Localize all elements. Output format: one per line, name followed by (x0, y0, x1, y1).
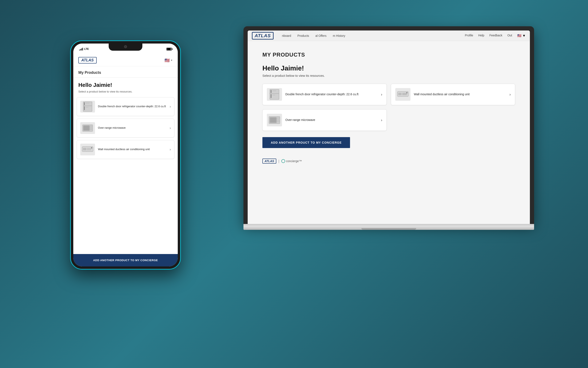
signal-bars-icon (79, 47, 83, 50)
svg-rect-5 (272, 95, 275, 95)
laptop-content: MY PRODUCTS Hello Jaimie! Select a produ… (248, 41, 530, 224)
phone-product-image-microwave (80, 122, 95, 134)
laptop-footer-concierge: concierge™ (281, 159, 302, 163)
svg-rect-3 (271, 94, 271, 98)
phone-outer: LTE ATLAS 🇺🇸 ▼ (71, 41, 180, 269)
laptop-device: ATLAS nboard Products al Offers m Histor… (243, 26, 534, 230)
phone-add-product-button[interactable]: ADD ANOTHER PRODUCT TO MY CONCIERGE (73, 254, 178, 267)
signal-bar-4 (82, 48, 83, 50)
laptop-topbar: ATLAS nboard Products al Offers m Histor… (248, 30, 530, 41)
phone-product-name-fridge: Double french door refrigerator counter-… (98, 104, 167, 108)
svg-rect-37 (83, 148, 86, 150)
laptop-atlas-logo: ATLAS (252, 32, 274, 39)
phone-product-arrow-ac: › (170, 148, 171, 151)
battery-icon (166, 48, 172, 50)
laptop-nav-profile[interactable]: Profile (465, 34, 473, 38)
scene: ATLAS nboard Products al Offers m Histor… (41, 16, 547, 352)
laptop-base (243, 224, 534, 230)
laptop-nav-products[interactable]: Products (297, 34, 309, 37)
laptop-product-arrow-fridge: › (381, 92, 382, 97)
phone-subtitle: Select a product below to view its resou… (73, 90, 178, 97)
concierge-circle-icon (281, 159, 285, 163)
phone-product-card-microwave[interactable]: Over-range microwave › (77, 119, 174, 138)
battery-fill (167, 48, 171, 50)
signal-bar-2 (80, 49, 81, 50)
laptop-nav-dashboard[interactable]: nboard (282, 34, 291, 37)
laptop-product-card-ac[interactable]: Wall mounted ductless air conditioning u… (391, 84, 515, 105)
flag-emoji: 🇺🇸 (164, 58, 170, 63)
laptop-footer: ATLAS | concierge™ (262, 158, 515, 164)
laptop-nav-history[interactable]: m History (333, 34, 345, 37)
svg-rect-35 (84, 126, 89, 130)
svg-rect-29 (86, 103, 89, 103)
phone-product-card-fridge[interactable]: Double french door refrigerator counter-… (77, 97, 174, 116)
laptop-nav-offers[interactable]: al Offers (316, 34, 327, 37)
laptop-logo: ATLAS (252, 32, 274, 39)
phone-camera (124, 45, 127, 48)
svg-rect-33 (90, 125, 92, 127)
laptop-nav: nboard Products al Offers m History (282, 34, 345, 37)
signal-bar-3 (81, 48, 82, 50)
phone-product-image-ac (80, 144, 95, 155)
phone-topbar: ATLAS 🇺🇸 ▼ (73, 55, 178, 66)
laptop-screen: ATLAS nboard Products al Offers m Histor… (248, 30, 530, 224)
laptop-nav-help[interactable]: Help (478, 34, 484, 38)
phone-product-list: Double french door refrigerator counter-… (73, 97, 178, 254)
phone-product-arrow-fridge: › (170, 105, 171, 109)
laptop-product-name-fridge: Double french door refrigerator counter-… (285, 92, 378, 97)
laptop-product-image-microwave (267, 114, 282, 126)
laptop-product-image-fridge (267, 88, 282, 101)
laptop-product-image-ac (395, 88, 410, 101)
phone-product-arrow-microwave: › (170, 126, 171, 130)
laptop-page-title: MY PRODUCTS (262, 52, 515, 58)
svg-rect-24 (270, 118, 276, 122)
laptop-product-card-fridge[interactable]: Double french door refrigerator counter-… (262, 84, 387, 105)
laptop-product-card-microwave[interactable]: Over-range microwave › (262, 109, 387, 131)
phone-atlas-logo: ATLAS (78, 57, 97, 64)
svg-rect-2 (271, 90, 271, 93)
phone-section-title: My Products (73, 66, 178, 78)
laptop-product-arrow-ac: › (510, 92, 511, 97)
laptop-nav-signout[interactable]: Out (507, 34, 512, 38)
phone-signal: LTE (79, 47, 89, 50)
svg-rect-4 (272, 91, 276, 91)
phone-product-name-microwave: Over-range microwave (98, 126, 167, 130)
svg-rect-7 (398, 93, 402, 95)
svg-rect-22 (277, 117, 279, 120)
svg-rect-19 (406, 92, 407, 93)
laptop-product-name-microwave: Over-range microwave (285, 118, 378, 122)
phone-status-bar: LTE (73, 44, 178, 55)
laptop-add-product-button[interactable]: ADD ANOTHER PROUCT TO MY CONCIERGE (262, 137, 350, 148)
phone-product-image-fridge (80, 101, 95, 112)
phone-notch (109, 44, 142, 51)
laptop-footer-divider: | (279, 159, 280, 163)
svg-rect-23 (277, 120, 279, 122)
svg-rect-34 (90, 128, 92, 130)
phone-product-card-ac[interactable]: Wall mounted ductless air conditioning u… (77, 140, 174, 159)
lte-label: LTE (84, 47, 89, 50)
laptop-nav-feedback[interactable]: Feedback (490, 34, 502, 38)
signal-bar-1 (79, 50, 80, 50)
laptop-greeting: Hello Jaimie! (262, 64, 515, 72)
phone-flag[interactable]: 🇺🇸 ▼ (164, 58, 173, 63)
svg-rect-30 (86, 107, 88, 107)
phone-battery (166, 48, 172, 50)
phone-content: My Products Hello Jaimie! Select a produ… (73, 66, 178, 267)
phone-screen: LTE ATLAS 🇺🇸 ▼ (73, 44, 178, 267)
laptop-nav-flag: 🇺🇸 ▼ (517, 34, 526, 38)
laptop-product-name-ac: Wall mounted ductless air conditioning u… (414, 92, 506, 97)
phone-device: LTE ATLAS 🇺🇸 ▼ (71, 41, 180, 269)
phone-product-name-ac: Wall mounted ductless air conditioning u… (98, 147, 167, 151)
laptop-screen-outer: ATLAS nboard Products al Offers m Histor… (243, 26, 534, 224)
svg-rect-28 (84, 106, 85, 110)
laptop-subtitle: Select a product below to view its resou… (262, 74, 515, 77)
laptop-footer-concierge-text: concierge™ (286, 159, 302, 163)
phone-greeting: Hello Jaimie! (73, 78, 178, 90)
svg-rect-45 (91, 147, 92, 148)
laptop-product-arrow-microwave: › (381, 118, 382, 122)
laptop-footer-logo: ATLAS (262, 158, 276, 164)
svg-rect-27 (84, 102, 85, 105)
laptop-product-grid: Double french door refrigerator counter-… (262, 84, 515, 131)
flag-dropdown-arrow-icon: ▼ (171, 59, 173, 61)
